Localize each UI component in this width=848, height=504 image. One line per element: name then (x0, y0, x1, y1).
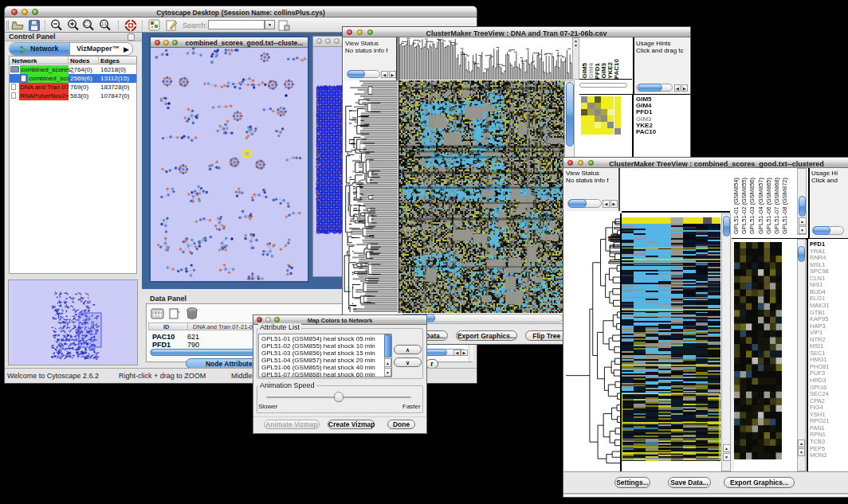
svg-text:1:1: 1:1 (101, 22, 107, 26)
